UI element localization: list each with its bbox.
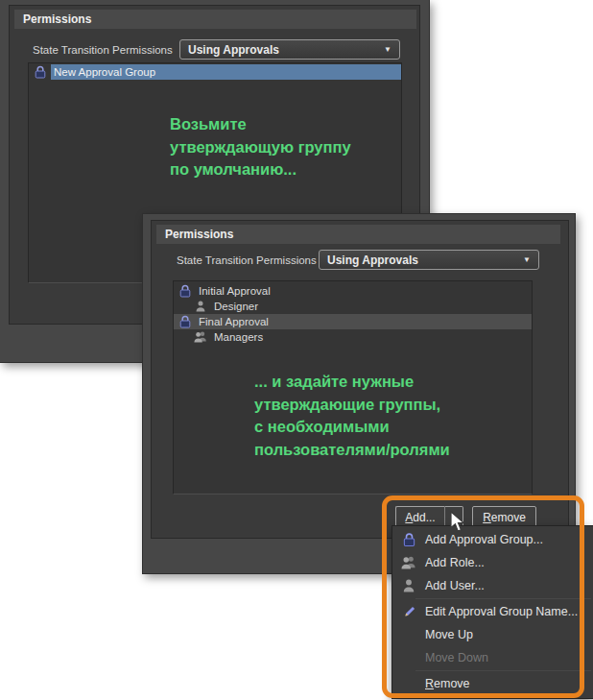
permissions-dialog-2: Permissions State Transition Permissions… — [142, 213, 576, 574]
menu-separator — [415, 670, 591, 671]
user-icon — [194, 301, 207, 312]
menu-item-add-user[interactable]: Add User... — [392, 574, 593, 597]
list-item-role[interactable]: Managers — [174, 329, 532, 345]
list-item-label: Designer — [211, 299, 532, 314]
menu-item-move-up[interactable]: Move Up — [392, 623, 593, 646]
menu-item-label: Move Up — [425, 628, 473, 641]
chevron-down-icon: ▼ — [523, 255, 531, 264]
state-transition-permissions-label: State Transition Permissions — [33, 44, 173, 56]
approval-group-icon — [178, 315, 192, 328]
menu-item-label: Remove — [425, 677, 470, 690]
menu-item-label: Edit Approval Group Name... — [425, 605, 578, 618]
user-icon — [401, 579, 416, 592]
dropdown-value: Using Approvals — [327, 253, 418, 267]
menu-item-label: Add Role... — [425, 556, 485, 569]
chevron-down-icon: ▼ — [450, 514, 458, 522]
list-item-label: Final Approval — [196, 314, 532, 329]
list-item-label: Initial Approval — [196, 283, 532, 299]
menu-item-label: Add User... — [425, 579, 485, 592]
menu-item-edit-approval-group-name[interactable]: Edit Approval Group Name... — [392, 600, 593, 623]
permissions-panel: Permissions State Transition Permissions… — [151, 220, 569, 539]
panel-title: Permissions — [14, 10, 416, 29]
menu-item-label: Move Down — [425, 651, 488, 664]
list-item-user[interactable]: Designer — [174, 299, 532, 314]
chevron-down-icon: ▼ — [384, 45, 391, 54]
approval-groups-list[interactable]: Initial Approval Designer Final Approval — [173, 280, 533, 495]
dropdown-value: Using Approvals — [188, 43, 279, 57]
screenshot-root: Permissions State Transition Permissions… — [0, 0, 593, 700]
list-item-approval-group[interactable]: New Approval Group — [29, 64, 401, 80]
role-icon — [401, 556, 416, 569]
panel-title: Permissions — [156, 225, 560, 244]
annotation-text-1: Возьмите утверждающую группу по умолчани… — [170, 113, 351, 181]
list-item-approval-group-selected[interactable]: Final Approval — [174, 314, 532, 329]
list-item-approval-group[interactable]: Initial Approval — [174, 283, 532, 299]
role-icon — [194, 331, 207, 343]
list-item-label: New Approval Group — [51, 64, 401, 80]
menu-item-add-approval-group[interactable]: Add Approval Group... — [392, 528, 593, 551]
remove-button-label: Remove — [483, 511, 526, 524]
add-context-menu: Add Approval Group... Add Role... Add Us… — [391, 525, 593, 699]
state-transition-permissions-dropdown[interactable]: Using Approvals ▼ — [319, 250, 539, 270]
list-item-label: Managers — [211, 329, 532, 345]
state-transition-permissions-dropdown[interactable]: Using Approvals ▼ — [179, 39, 400, 60]
state-transition-permissions-label: State Transition Permissions — [177, 254, 317, 266]
menu-item-remove[interactable]: Remove — [392, 672, 593, 695]
menu-item-move-down: Move Down — [392, 646, 593, 669]
menu-item-label: Add Approval Group... — [425, 533, 543, 546]
annotation-text-2: ... и задайте нужные утверждающие группы… — [254, 371, 450, 461]
approval-group-icon — [34, 65, 47, 79]
pencil-icon — [401, 605, 416, 618]
approval-group-icon — [401, 533, 416, 547]
approval-group-icon — [178, 284, 192, 298]
add-button-label: Add... — [405, 511, 435, 524]
menu-separator — [415, 598, 591, 599]
menu-item-add-role[interactable]: Add Role... — [392, 551, 593, 574]
